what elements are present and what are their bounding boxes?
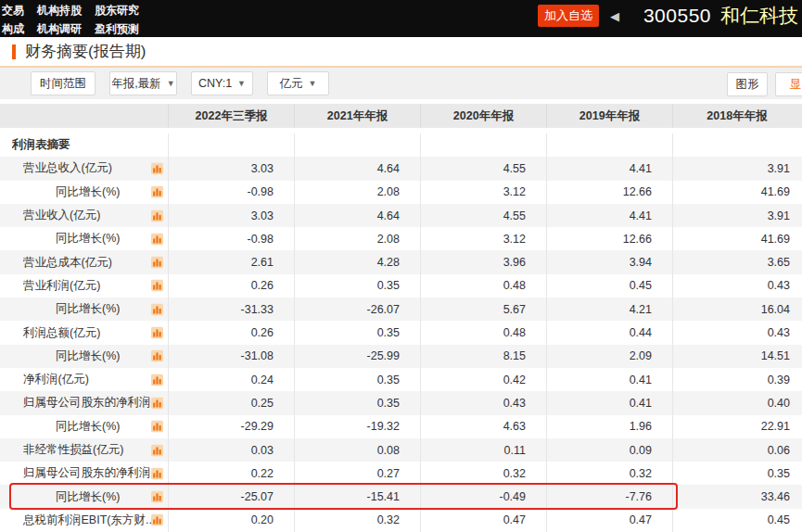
value-cell: 0.48 xyxy=(420,321,546,344)
mini-bar-chart-icon[interactable] xyxy=(151,162,163,174)
value-cell: -29.29 xyxy=(168,415,294,438)
value-cell: 0.44 xyxy=(546,321,672,344)
mini-bar-chart-icon[interactable] xyxy=(151,374,163,386)
value-cell: 3.12 xyxy=(420,227,546,250)
row-label-cell: 归属母公司股东的净利润(... xyxy=(0,462,168,485)
column-header-2020年年报: 2020年年报 xyxy=(420,104,546,128)
table-body: 利润表摘要营业总收入(亿元)3.034.644.554.413.91同比增长(%… xyxy=(0,133,802,532)
column-header-2021年年报: 2021年年报 xyxy=(294,104,420,128)
value-cell: -0.98 xyxy=(168,227,294,250)
column-header-2018年年报: 2018年年报 xyxy=(672,104,801,128)
value-cell: 3.91 xyxy=(672,204,801,227)
value-cell: 0.35 xyxy=(294,321,420,344)
menu-item-机构持股[interactable]: 机构持股 xyxy=(37,3,82,19)
unit-value: 亿元 xyxy=(280,76,303,92)
value-cell: 0.26 xyxy=(168,274,294,298)
table-section-row: 利润表摘要 xyxy=(0,133,802,157)
value-cell: 0.45 xyxy=(546,274,672,298)
value-cell: 0.32 xyxy=(294,509,420,532)
stock-header: 加入自选 ◀ 300550 和仁科技 xyxy=(538,0,798,32)
row-label-cell: 营业总收入(亿元) xyxy=(0,157,168,180)
menu-item-交易[interactable]: 交易 xyxy=(2,3,24,19)
report-type-select[interactable]: 年报,最新 ▼ xyxy=(109,71,177,95)
menu-item-盈利预测[interactable]: 盈利预测 xyxy=(95,21,139,37)
value-cell: 0.35 xyxy=(294,368,420,391)
mini-bar-chart-icon[interactable] xyxy=(151,491,163,503)
mini-bar-chart-icon[interactable] xyxy=(151,467,163,479)
value-cell: 4.55 xyxy=(420,204,546,227)
value-cell: 4.64 xyxy=(294,204,420,227)
graph-view-button[interactable]: 图形 xyxy=(727,72,768,96)
row-label-cell: 同比增长(%) xyxy=(0,485,168,508)
mini-bar-chart-icon[interactable] xyxy=(151,350,163,362)
display-toggle-button[interactable]: 显 xyxy=(775,72,802,96)
value-cell: -15.41 xyxy=(294,485,420,508)
stock-code: 300550 xyxy=(643,5,711,27)
row-label: 营业总收入(亿元) xyxy=(23,160,112,176)
row-label: 同比增长(%) xyxy=(56,419,120,435)
value-cell: 0.11 xyxy=(420,438,546,462)
back-arrow-icon[interactable]: ◀ xyxy=(610,9,619,23)
mini-bar-chart-icon[interactable] xyxy=(151,186,163,198)
view-toggle-group: 图形 显 xyxy=(727,72,802,96)
unit-select[interactable]: 亿元 ▼ xyxy=(267,71,329,95)
mini-bar-chart-icon[interactable] xyxy=(151,303,163,315)
empty-cell xyxy=(672,133,801,157)
value-cell: 0.03 xyxy=(168,438,294,462)
table-row: 利润总额(亿元)0.260.350.480.440.43 xyxy=(0,321,802,344)
mini-bar-chart-icon[interactable] xyxy=(151,327,163,339)
table-row: 同比增长(%)-0.982.083.1212.6641.69 xyxy=(0,181,802,204)
value-cell: 3.12 xyxy=(420,181,546,204)
mini-bar-chart-icon[interactable] xyxy=(151,257,163,269)
value-cell: 0.25 xyxy=(168,391,294,414)
value-cell: 0.39 xyxy=(672,368,801,391)
mini-bar-chart-icon[interactable] xyxy=(151,209,163,222)
value-cell: 0.47 xyxy=(420,509,546,532)
add-to-watchlist-button[interactable]: 加入自选 xyxy=(538,5,599,27)
value-cell: 0.32 xyxy=(420,462,546,485)
page-title: 财务摘要(报告期) xyxy=(25,41,146,62)
row-label-cell: 同比增长(%) xyxy=(0,227,168,250)
value-cell: 2.61 xyxy=(168,250,294,273)
value-cell: 0.35 xyxy=(294,391,420,414)
table-row: 非经常性损益(亿元)0.030.080.110.090.06 xyxy=(0,438,802,462)
row-label: 同比增长(%) xyxy=(56,301,120,317)
row-label: 同比增长(%) xyxy=(56,184,120,200)
graph-view-label: 图形 xyxy=(736,77,759,93)
mini-bar-chart-icon[interactable] xyxy=(151,397,163,409)
time-range-button[interactable]: 时间范围 xyxy=(31,71,95,95)
stock-name: 和仁科技 xyxy=(720,3,798,29)
currency-select[interactable]: CNY:1 ▼ xyxy=(191,71,253,95)
menu-item-股东研究[interactable]: 股东研究 xyxy=(95,3,139,19)
value-cell: 0.22 xyxy=(168,462,294,485)
value-cell: 0.40 xyxy=(672,391,801,414)
value-cell: 22.91 xyxy=(672,415,801,438)
mini-bar-chart-icon[interactable] xyxy=(151,514,163,526)
section-header-label: 利润表摘要 xyxy=(12,137,70,153)
mini-bar-chart-icon[interactable] xyxy=(151,444,163,456)
row-label-cell: 同比增长(%) xyxy=(0,415,168,438)
menu-item-机构调研[interactable]: 机构调研 xyxy=(37,21,82,37)
value-cell: 41.69 xyxy=(672,181,801,204)
mini-bar-chart-icon[interactable] xyxy=(151,233,163,245)
table-row: 净利润(亿元)0.240.350.420.410.39 xyxy=(0,368,802,391)
value-cell: -25.99 xyxy=(294,345,420,368)
table-row: 营业总成本(亿元)2.614.283.963.943.65 xyxy=(0,250,802,273)
column-header-2019年年报: 2019年年报 xyxy=(546,104,672,128)
mini-bar-chart-icon[interactable] xyxy=(151,280,163,292)
row-label-cell: 同比增长(%) xyxy=(0,181,168,204)
value-cell: 0.09 xyxy=(546,438,672,462)
value-cell: -31.08 xyxy=(168,345,294,368)
value-cell: -19.32 xyxy=(294,415,420,438)
value-cell: 12.66 xyxy=(546,227,672,250)
value-cell: 2.08 xyxy=(294,181,420,204)
financial-summary-screen: 交易机构持股股东研究 构成机构调研盈利预测 加入自选 ◀ 300550 和仁科技… xyxy=(0,0,802,532)
row-label-cell: 营业利润(亿元) xyxy=(0,274,168,298)
menu-item-构成[interactable]: 构成 xyxy=(2,21,24,37)
value-cell: -26.07 xyxy=(294,298,420,321)
mini-bar-chart-icon[interactable] xyxy=(151,421,163,433)
value-cell: 0.43 xyxy=(420,391,546,414)
empty-cell xyxy=(546,133,672,157)
value-cell: 2.08 xyxy=(294,227,420,250)
table-header-row: 2022年三季报2021年年报2020年年报2019年年报2018年年报 xyxy=(0,104,802,128)
